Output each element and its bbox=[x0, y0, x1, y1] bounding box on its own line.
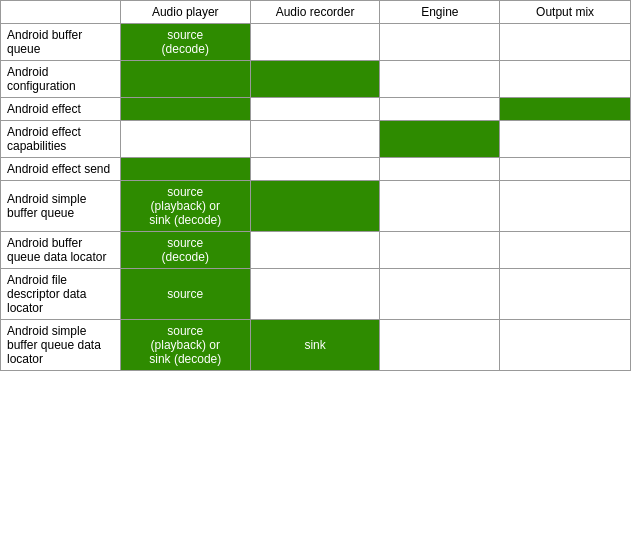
audio-player-cell bbox=[120, 121, 250, 158]
table-row: Android effect send bbox=[1, 158, 631, 181]
audio-player-cell: source bbox=[120, 269, 250, 320]
row-label: Android file descriptor data locator bbox=[1, 269, 121, 320]
audio-player-cell: source (decode) bbox=[120, 24, 250, 61]
table-row: Android simple buffer queue data locator… bbox=[1, 320, 631, 371]
audio-recorder-cell bbox=[250, 24, 380, 61]
audio-player-cell: source (playback) or sink (decode) bbox=[120, 181, 250, 232]
engine-cell bbox=[380, 269, 500, 320]
output-mix-cell bbox=[500, 98, 631, 121]
audio-recorder-cell bbox=[250, 61, 380, 98]
audio-recorder-cell bbox=[250, 121, 380, 158]
output-mix-cell bbox=[500, 121, 631, 158]
header-col1 bbox=[1, 1, 121, 24]
header-row: Audio player Audio recorder Engine Outpu… bbox=[1, 1, 631, 24]
row-label: Android effect send bbox=[1, 158, 121, 181]
header-col3: Audio recorder bbox=[250, 1, 380, 24]
row-label: Android simple buffer queue data locator bbox=[1, 320, 121, 371]
audio-recorder-cell: sink bbox=[250, 320, 380, 371]
audio-recorder-cell bbox=[250, 98, 380, 121]
row-label: Android configuration bbox=[1, 61, 121, 98]
table-row: Android buffer queue data locatorsource … bbox=[1, 232, 631, 269]
header-col2: Audio player bbox=[120, 1, 250, 24]
engine-cell bbox=[380, 98, 500, 121]
engine-cell bbox=[380, 121, 500, 158]
audio-recorder-cell bbox=[250, 232, 380, 269]
output-mix-cell bbox=[500, 320, 631, 371]
engine-cell bbox=[380, 320, 500, 371]
audio-player-cell bbox=[120, 98, 250, 121]
engine-cell bbox=[380, 181, 500, 232]
audio-player-cell: source (decode) bbox=[120, 232, 250, 269]
header-col4: Engine bbox=[380, 1, 500, 24]
row-label: Android simple buffer queue bbox=[1, 181, 121, 232]
engine-cell bbox=[380, 232, 500, 269]
audio-recorder-cell bbox=[250, 181, 380, 232]
table-row: Android file descriptor data locatorsour… bbox=[1, 269, 631, 320]
row-label: Android buffer queue bbox=[1, 24, 121, 61]
output-mix-cell bbox=[500, 232, 631, 269]
output-mix-cell bbox=[500, 24, 631, 61]
output-mix-cell bbox=[500, 158, 631, 181]
row-label: Android effect capabilities bbox=[1, 121, 121, 158]
audio-recorder-cell bbox=[250, 158, 380, 181]
row-label: Android buffer queue data locator bbox=[1, 232, 121, 269]
audio-player-cell bbox=[120, 61, 250, 98]
table-row: Android buffer queuesource (decode) bbox=[1, 24, 631, 61]
main-container: Audio player Audio recorder Engine Outpu… bbox=[0, 0, 631, 371]
output-mix-cell bbox=[500, 61, 631, 98]
table-row: Android configuration bbox=[1, 61, 631, 98]
engine-cell bbox=[380, 158, 500, 181]
engine-cell bbox=[380, 24, 500, 61]
output-mix-cell bbox=[500, 181, 631, 232]
audio-recorder-cell bbox=[250, 269, 380, 320]
feature-table: Audio player Audio recorder Engine Outpu… bbox=[0, 0, 631, 371]
header-col5: Output mix bbox=[500, 1, 631, 24]
row-label: Android effect bbox=[1, 98, 121, 121]
output-mix-cell bbox=[500, 269, 631, 320]
table-row: Android effect capabilities bbox=[1, 121, 631, 158]
audio-player-cell bbox=[120, 158, 250, 181]
table-row: Android effect bbox=[1, 98, 631, 121]
audio-player-cell: source (playback) or sink (decode) bbox=[120, 320, 250, 371]
engine-cell bbox=[380, 61, 500, 98]
table-row: Android simple buffer queuesource (playb… bbox=[1, 181, 631, 232]
